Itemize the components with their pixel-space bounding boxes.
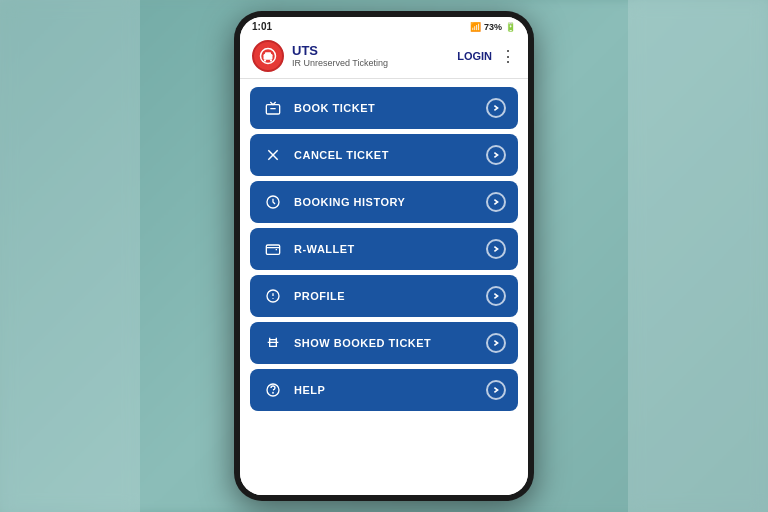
battery-icon: 🔋	[505, 22, 516, 32]
login-button[interactable]: LOGIN	[457, 50, 492, 62]
help-icon	[262, 379, 284, 401]
left-blur-panel	[0, 0, 140, 512]
wifi-icon: 📶	[470, 22, 481, 32]
booking-history-icon	[262, 191, 284, 213]
app-logo	[252, 40, 284, 72]
menu-item-help[interactable]: HELP	[250, 369, 518, 411]
show-booked-ticket-chevron	[486, 333, 506, 353]
phone-frame: 1:01 📶 73% 🔋 UTS IR Unreserved Tic	[234, 11, 534, 501]
r-wallet-icon	[262, 238, 284, 260]
app-title: UTS	[292, 44, 457, 58]
show-booked-ticket-label: SHOW BOOKED TICKET	[294, 337, 486, 349]
profile-label: PROFILE	[294, 290, 486, 302]
menu-item-profile[interactable]: PROFILE	[250, 275, 518, 317]
book-ticket-chevron	[486, 98, 506, 118]
header-actions: LOGIN ⋮	[457, 47, 516, 66]
app-subtitle: IR Unreserved Ticketing	[292, 58, 457, 68]
menu-item-show-booked-ticket[interactable]: SHOW BOOKED TICKET	[250, 322, 518, 364]
menu-list: BOOK TICKETCANCEL TICKETBOOKING HISTORYR…	[240, 79, 528, 495]
help-chevron	[486, 380, 506, 400]
phone-screen: 1:01 📶 73% 🔋 UTS IR Unreserved Tic	[240, 17, 528, 495]
app-header: UTS IR Unreserved Ticketing LOGIN ⋮	[240, 34, 528, 79]
show-booked-ticket-icon	[262, 332, 284, 354]
book-ticket-icon	[262, 97, 284, 119]
profile-icon	[262, 285, 284, 307]
app-title-block: UTS IR Unreserved Ticketing	[292, 44, 457, 68]
menu-item-cancel-ticket[interactable]: CANCEL TICKET	[250, 134, 518, 176]
right-blur-panel	[628, 0, 768, 512]
r-wallet-label: R-WALLET	[294, 243, 486, 255]
booking-history-label: BOOKING HISTORY	[294, 196, 486, 208]
help-label: HELP	[294, 384, 486, 396]
status-bar: 1:01 📶 73% 🔋	[240, 17, 528, 34]
menu-item-booking-history[interactable]: BOOKING HISTORY	[250, 181, 518, 223]
time-display: 1:01	[252, 21, 272, 32]
more-options-icon[interactable]: ⋮	[500, 47, 516, 66]
svg-rect-10	[266, 245, 279, 254]
svg-rect-2	[265, 52, 271, 55]
cancel-ticket-chevron	[486, 145, 506, 165]
r-wallet-chevron	[486, 239, 506, 259]
booking-history-chevron	[486, 192, 506, 212]
battery-display: 73%	[484, 22, 502, 32]
cancel-ticket-label: CANCEL TICKET	[294, 149, 486, 161]
profile-chevron	[486, 286, 506, 306]
svg-point-4	[270, 59, 272, 61]
svg-point-3	[264, 59, 266, 61]
menu-item-r-wallet[interactable]: R-WALLET	[250, 228, 518, 270]
book-ticket-label: BOOK TICKET	[294, 102, 486, 114]
cancel-ticket-icon	[262, 144, 284, 166]
svg-point-15	[273, 392, 274, 393]
menu-item-book-ticket[interactable]: BOOK TICKET	[250, 87, 518, 129]
